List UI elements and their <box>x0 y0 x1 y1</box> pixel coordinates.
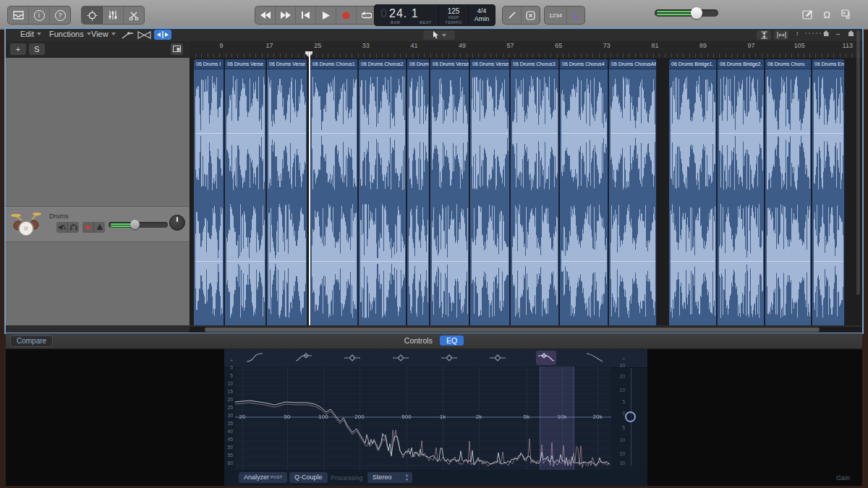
functions-menu[interactable]: Functions <box>49 30 91 38</box>
edit-menu[interactable]: Edit <box>20 30 41 38</box>
track-name[interactable]: Drums <box>49 213 69 220</box>
q-couple-button[interactable]: Q-Couple <box>289 472 328 483</box>
record-enable-button[interactable] <box>82 222 94 233</box>
loop-browser-button[interactable]: Ω <box>817 6 836 23</box>
eq-band-bell-icon[interactable] <box>439 351 459 365</box>
lcd-ghost-digit: 0 <box>380 7 387 20</box>
solo-button[interactable]: S <box>29 43 45 55</box>
eq-band-high-cut-icon[interactable] <box>584 351 605 365</box>
lcd-key-value: Amin <box>469 15 495 22</box>
media-browser-button[interactable] <box>836 6 856 23</box>
zoom-slider-thumb[interactable] <box>848 30 854 36</box>
quick-help-button[interactable] <box>82 7 103 24</box>
fit-horizontal-button[interactable] <box>774 30 788 40</box>
transport-group <box>255 6 377 25</box>
pan-knob[interactable] <box>169 215 185 231</box>
crossfade-button[interactable] <box>137 31 151 39</box>
analyzer-button[interactable]: AnalyzerPOST <box>239 472 287 483</box>
eq-band-low-cut-icon[interactable] <box>244 351 265 365</box>
pencil-button[interactable] <box>503 7 522 24</box>
processing-mode-dropdown[interactable]: Stereo▲▼ <box>367 472 412 483</box>
info-button[interactable]: i <box>29 7 50 24</box>
notepad-button[interactable] <box>797 6 817 23</box>
flex-icon <box>157 31 169 38</box>
erase-button[interactable] <box>522 7 540 24</box>
cycle-button[interactable] <box>357 7 376 24</box>
add-track-button[interactable]: + <box>10 43 26 55</box>
track-header-drums[interactable]: Drums <box>6 206 190 242</box>
eq-freq-label[interactable]: 10k <box>558 414 567 420</box>
automation-button[interactable] <box>122 31 134 39</box>
eq-freq-label[interactable]: 100 <box>318 414 328 420</box>
solo-headphones-button[interactable] <box>68 222 79 233</box>
lcd-key-signature[interactable]: 4/4 Amin <box>469 5 495 25</box>
lcd-position[interactable]: 0 24. 1 BAR BEAT <box>375 5 439 25</box>
eq-freq-label[interactable]: 5k <box>524 414 529 420</box>
waveform-canvas[interactable] <box>190 69 862 325</box>
count-in-group: 1234 ▲ <box>544 6 585 25</box>
mixer-button[interactable] <box>103 7 124 24</box>
vertical-zoom-slider[interactable]: ↕ <box>796 30 829 37</box>
rewind-button[interactable] <box>255 7 276 24</box>
horizontal-zoom-slider[interactable]: ↔ <box>835 30 854 37</box>
help-button[interactable]: ? <box>50 7 70 24</box>
tools-button[interactable] <box>124 7 144 24</box>
eq-freq-label[interactable]: 1k <box>440 414 446 420</box>
track-volume-slider[interactable] <box>109 222 168 228</box>
volume-knob[interactable] <box>691 7 702 19</box>
eq-band-low-shelf-icon[interactable] <box>294 351 314 365</box>
tuner-button[interactable]: ▲ <box>567 7 584 24</box>
eq-gain-label: 10 <box>610 388 625 393</box>
input-monitor-button[interactable] <box>94 222 105 233</box>
lcd-display[interactable]: 0 24. 1 BAR BEAT 125 KEEP TEMPO 4/4 Amin <box>374 4 495 26</box>
eq-band-bell-icon[interactable] <box>488 351 508 365</box>
flex-button[interactable] <box>154 30 171 40</box>
ruler-bar-number: 25 <box>314 42 321 49</box>
eq-db-label: 5 <box>218 373 233 378</box>
eq-band-bell-icon[interactable] <box>391 351 411 365</box>
eq-gain-label: + <box>610 356 625 361</box>
lcd-tempo[interactable]: 125 KEEP TEMPO <box>439 5 469 25</box>
controls-tab[interactable]: Controls <box>404 336 433 345</box>
go-to-beginning-button[interactable] <box>296 7 316 24</box>
mode-group <box>81 6 145 25</box>
zoom-slider-thumb[interactable] <box>824 30 829 36</box>
horizontal-scrollbar[interactable] <box>190 327 862 333</box>
region-name: 06 Drums En <box>812 59 844 69</box>
region-name: 06 Drums Verse <box>225 59 265 69</box>
tuner-icon: ▲ <box>572 11 580 20</box>
view-mode-button[interactable] <box>171 43 183 55</box>
pointer-tool-menu[interactable] <box>423 30 455 40</box>
eq-freq-label[interactable]: 20k <box>593 414 603 420</box>
region-name: 06 Drum <box>407 59 429 69</box>
eq-freq-label[interactable]: 20 <box>239 414 246 420</box>
auto-track-zoom-button[interactable] <box>757 30 771 40</box>
mute-button[interactable] <box>56 222 68 233</box>
editor-menubar: Edit Functions View ↕ ↔ <box>6 29 862 42</box>
scrollbar-thumb[interactable] <box>205 328 820 332</box>
view-menu[interactable]: View <box>91 30 116 38</box>
eq-gain-knob[interactable] <box>625 411 636 422</box>
eq-band-bell-icon[interactable] <box>342 351 362 365</box>
save-button[interactable] <box>8 7 29 24</box>
eq-freq-label[interactable]: 50 <box>284 414 291 420</box>
library-group: i ? <box>7 6 71 25</box>
master-volume-slider[interactable] <box>655 9 718 17</box>
playhead[interactable] <box>309 52 310 325</box>
eq-freq-label[interactable]: 200 <box>354 414 364 420</box>
region-name: 06 Drums ChorusAlt1 <box>609 59 656 69</box>
bar-ruler[interactable]: 91725334149576573818997105113 <box>190 41 862 59</box>
track-volume-knob[interactable] <box>130 220 140 229</box>
eq-tab[interactable]: EQ <box>440 335 464 346</box>
eq-freq-label[interactable]: 2k <box>476 414 482 420</box>
mute-solo-group <box>56 222 79 233</box>
plugin-window: Compare Controls EQ AnalyzerPOST Q-Coupl… <box>6 333 862 486</box>
play-button[interactable] <box>316 7 336 24</box>
eq-db-label: 50 <box>218 445 233 450</box>
count-in-button[interactable]: 1234 <box>545 7 567 24</box>
eq-band-high-shelf-icon[interactable] <box>536 351 556 365</box>
record-button[interactable] <box>336 7 357 24</box>
vertical-scrollbar[interactable] <box>856 30 860 295</box>
forward-button[interactable] <box>276 7 296 24</box>
eq-freq-label[interactable]: 500 <box>401 414 411 420</box>
